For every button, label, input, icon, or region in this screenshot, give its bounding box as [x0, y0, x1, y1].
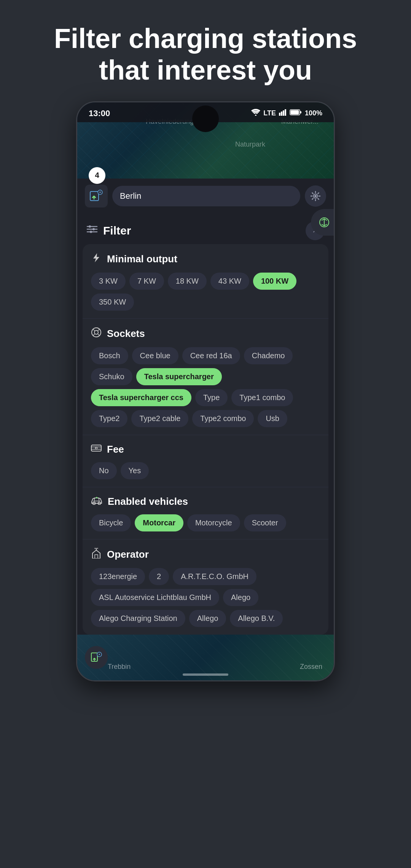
tag-no[interactable]: No [91, 462, 117, 479]
svg-rect-3 [283, 110, 284, 116]
map-badge: 4 [89, 167, 105, 184]
tag-350-kw[interactable]: 350 KW [91, 294, 134, 311]
operator-icon [91, 548, 102, 561]
lte-label: LTE [263, 109, 276, 117]
section-operator: Operator 123energie2A.R.T.E.C.O. GmbHASL… [83, 539, 328, 635]
svg-line-23 [93, 334, 95, 336]
tag-type2[interactable]: Type2 [91, 410, 127, 427]
operator-tags: 123energie2A.R.T.E.C.O. GmbHASL Autoserv… [91, 568, 320, 627]
svg-rect-4 [285, 109, 286, 116]
map-right-icon[interactable] [311, 209, 335, 236]
svg-point-17 [92, 228, 95, 230]
svg-point-0 [255, 115, 256, 116]
scroll-bar [183, 673, 228, 676]
section-title-sockets: Sockets [107, 328, 145, 340]
tag-scooter[interactable]: Scooter [244, 514, 286, 531]
tag-cee-red-16a[interactable]: Cee red 16a [182, 347, 240, 364]
tag-alego-charging-station[interactable]: Alego Charging Station [91, 610, 185, 627]
section-minimal-output: Minimal output 3 KW7 KW18 KW43 KW100 KW3… [83, 244, 328, 319]
section-enabled-vehicles: Enabled vehicles BicycleMotorcarMotorcyc… [83, 487, 328, 539]
bottom-city-right: Zossen [300, 663, 322, 671]
tag-bicycle[interactable]: Bicycle [91, 514, 131, 531]
search-input[interactable] [112, 186, 300, 206]
tag-type1-combo[interactable]: Type1 combo [231, 389, 293, 406]
svg-point-20 [94, 330, 98, 334]
sockets-tags: BoschCee blueCee red 16aChademoSchukoTes… [91, 347, 320, 427]
tag-type[interactable]: Type [195, 389, 228, 406]
section-sockets: Sockets BoschCee blueCee red 16aChademoS… [83, 319, 328, 435]
svg-point-28 [96, 447, 97, 449]
section-title-operator: Operator [107, 549, 149, 560]
battery-icon [290, 109, 302, 118]
settings-button[interactable] [305, 185, 326, 207]
tag-43-kw[interactable]: 43 KW [210, 273, 249, 290]
fee-icon [91, 444, 102, 455]
tag-tesla-supercharger-ccs[interactable]: Tesla supercharger ccs [91, 389, 191, 406]
svg-rect-33 [95, 548, 98, 549]
page-title: Filter charging stations that interest y… [31, 0, 380, 101]
svg-line-22 [98, 329, 100, 331]
tag-123energie[interactable]: 123energie [91, 568, 145, 585]
vehicles-tags: BicycleMotorcarMotorcycleScooter [91, 514, 320, 531]
svg-point-16 [89, 225, 91, 228]
tag-allego[interactable]: Allego [189, 610, 226, 627]
tag-usb[interactable]: Usb [258, 410, 287, 427]
tag-motorcar[interactable]: Motorcar [135, 514, 183, 531]
filter-header: Filter × [77, 214, 334, 244]
section-fee: Fee NoYes [83, 435, 328, 487]
filter-icon [86, 224, 98, 237]
tag-motorcycle[interactable]: Motorcycle [187, 514, 240, 531]
svg-rect-1 [279, 113, 280, 116]
tag-100-kw[interactable]: 100 KW [253, 273, 296, 290]
filter-panel: Filter × Minimal output 3 KW7 KW18 KW43 … [77, 214, 334, 635]
map-label-naturpark: Naturpark [235, 140, 265, 148]
phone-frame: 13:00 LTE [76, 101, 335, 681]
tag-alego[interactable]: Alego [223, 589, 258, 606]
tag-18-kw[interactable]: 18 KW [168, 273, 207, 290]
status-time: 13:00 [89, 108, 110, 118]
bottom-map: Trebbin Zossen [77, 635, 334, 680]
tag-cee-blue[interactable]: Cee blue [132, 347, 178, 364]
wifi-icon [251, 109, 260, 118]
vehicles-icon [91, 496, 102, 507]
tag-tesla-supercharger[interactable]: Tesla supercharger [136, 368, 222, 385]
tag-asl-autoservice-lichtblau-gmbh[interactable]: ASL Autoservice Lichtblau GmbH [91, 589, 219, 606]
tag-schuko[interactable]: Schuko [91, 368, 132, 385]
tag-type2-cable[interactable]: Type2 cable [131, 410, 188, 427]
search-area [77, 179, 334, 214]
tag-yes[interactable]: Yes [121, 462, 149, 479]
section-title-vehicles: Enabled vehicles [108, 496, 188, 507]
status-icons: LTE 100% [251, 109, 322, 118]
minimal-output-tags: 3 KW7 KW18 KW43 KW100 KW350 KW [91, 273, 320, 311]
minimal-output-icon [91, 252, 102, 266]
fee-tags: NoYes [91, 462, 320, 479]
camera-notch [192, 105, 219, 132]
tag-bosch[interactable]: Bosch [91, 347, 128, 364]
svg-rect-7 [300, 111, 301, 113]
charging-station-icon [85, 646, 108, 669]
battery-label: 100% [305, 109, 322, 117]
signal-icon [279, 109, 287, 118]
filter-content: Minimal output 3 KW7 KW18 KW43 KW100 KW3… [83, 244, 328, 635]
tag-type2-combo[interactable]: Type2 combo [192, 410, 254, 427]
map-background: 13:00 LTE [77, 102, 334, 179]
filter-title-group: Filter [86, 224, 131, 237]
svg-rect-2 [281, 112, 282, 116]
filter-title: Filter [103, 224, 131, 237]
tag-2[interactable]: 2 [149, 568, 169, 585]
svg-line-24 [98, 334, 100, 336]
svg-point-18 [90, 231, 92, 233]
section-title-fee: Fee [107, 444, 124, 455]
svg-rect-6 [290, 110, 299, 115]
svg-line-21 [93, 329, 95, 331]
tag-allego-b.v.[interactable]: Allego B.V. [230, 610, 283, 627]
svg-rect-31 [95, 555, 98, 558]
tag-7-kw[interactable]: 7 KW [129, 273, 164, 290]
sockets-icon [91, 327, 102, 340]
app-logo [85, 185, 108, 207]
section-title-minimal-output: Minimal output [107, 253, 177, 265]
svg-point-11 [314, 195, 317, 197]
tag-chademo[interactable]: Chademo [244, 347, 293, 364]
tag-3-kw[interactable]: 3 KW [91, 273, 126, 290]
tag-a.r.t.e.c.o.-gmbh[interactable]: A.R.T.E.C.O. GmbH [173, 568, 256, 585]
